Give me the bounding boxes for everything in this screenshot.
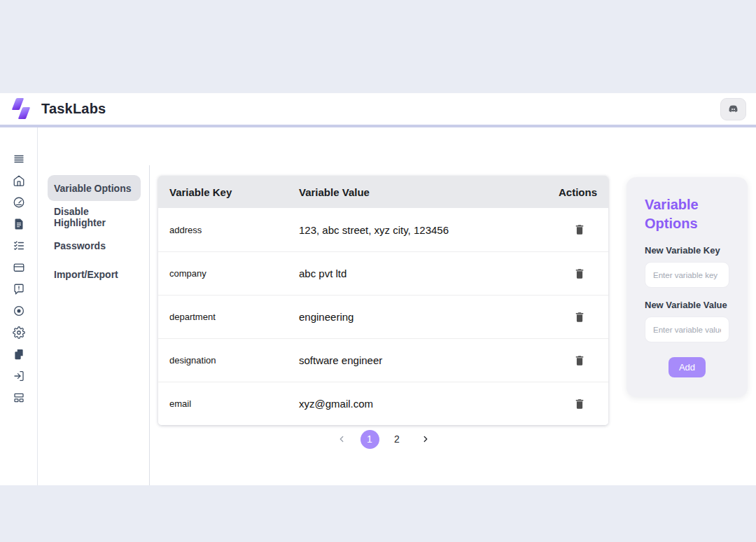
next-page-button[interactable] xyxy=(419,432,433,446)
chevron-left-icon xyxy=(337,434,346,444)
menu-item-label: Import/Export xyxy=(54,269,118,280)
trash-icon xyxy=(573,398,586,410)
layout-icon[interactable] xyxy=(13,391,25,404)
table-row: company abc pvt ltd xyxy=(158,251,608,295)
discord-button[interactable] xyxy=(720,98,746,120)
pagination: 12 xyxy=(158,425,608,453)
column-header-actions: Actions xyxy=(541,186,597,198)
chevron-right-icon xyxy=(421,434,430,444)
variable-options-panel: Variable Options New Variable Key New Va… xyxy=(626,177,748,397)
menu-item-import-export[interactable]: Import/Export xyxy=(48,261,141,287)
table-row: email xyz@gmail.com xyxy=(158,382,608,425)
menu-divider xyxy=(149,165,150,485)
delete-variable-button[interactable] xyxy=(572,310,587,325)
column-header-value: Variable Value xyxy=(299,186,541,198)
menu-item-passwords[interactable]: Passwords xyxy=(48,232,141,258)
new-variable-key-label: New Variable Key xyxy=(645,245,729,256)
app-title: TaskLabs xyxy=(41,101,106,117)
table-row: department engineering xyxy=(158,295,608,338)
checklist-icon[interactable] xyxy=(13,239,25,252)
page-number-button[interactable]: 1 xyxy=(360,430,379,449)
page: TaskLabs xyxy=(0,0,756,542)
variable-key-cell: email xyxy=(169,398,299,409)
variable-value-cell: 123, abc street, xyz city, 123456 xyxy=(299,224,541,236)
settings-icon[interactable] xyxy=(13,326,25,339)
variable-key-cell: address xyxy=(169,225,299,235)
menu-item-variable-options[interactable]: Variable Options xyxy=(48,175,141,201)
settings-menu: Variable Options Disable Highlighter Pas… xyxy=(38,175,149,290)
copy-icon[interactable] xyxy=(13,348,25,361)
delete-variable-button[interactable] xyxy=(572,266,587,282)
home-icon[interactable] xyxy=(13,174,25,187)
menu-item-label: Passwords xyxy=(54,240,106,251)
trash-icon xyxy=(573,354,586,367)
trash-icon xyxy=(573,267,586,280)
app-body: Variable Options Disable Highlighter Pas… xyxy=(0,127,756,485)
feedback-icon[interactable] xyxy=(13,283,25,296)
dashboard-icon[interactable] xyxy=(13,196,25,209)
variable-key-cell: designation xyxy=(169,355,299,366)
app-logo-icon xyxy=(11,98,32,120)
column-header-key: Variable Key xyxy=(169,186,299,198)
menu-icon[interactable] xyxy=(13,153,25,165)
trash-icon xyxy=(573,223,586,236)
panel-title: Variable Options xyxy=(645,195,729,233)
menu-item-disable-highlighter[interactable]: Disable Highlighter xyxy=(48,204,141,230)
table-body: address 123, abc street, xyz city, 12345… xyxy=(158,208,608,425)
variable-value-cell: xyz@gmail.com xyxy=(299,398,541,410)
menu-item-label: Variable Options xyxy=(54,183,131,194)
add-variable-button[interactable]: Add xyxy=(668,357,706,377)
delete-variable-button[interactable] xyxy=(572,222,587,237)
variable-key-cell: department xyxy=(169,312,299,322)
trash-icon xyxy=(573,311,586,324)
variable-value-cell: abc pvt ltd xyxy=(299,267,541,279)
variable-key-cell: company xyxy=(169,268,299,279)
discord-icon xyxy=(728,104,738,114)
table-row: address 123, abc street, xyz city, 12345… xyxy=(158,208,608,251)
menu-item-label: Disable Highlighter xyxy=(54,206,134,228)
document-icon[interactable] xyxy=(13,218,25,230)
record-icon[interactable] xyxy=(13,305,25,317)
sign-in-icon[interactable] xyxy=(13,370,25,382)
page-number-button[interactable]: 2 xyxy=(388,430,407,449)
table-row: designation software engineer xyxy=(158,338,608,382)
variable-value-cell: software engineer xyxy=(299,354,541,366)
app-header: TaskLabs xyxy=(0,93,756,125)
new-variable-value-input[interactable] xyxy=(645,317,729,342)
new-variable-value-label: New Variable Value xyxy=(645,300,729,310)
delete-variable-button[interactable] xyxy=(572,353,587,368)
new-variable-key-input[interactable] xyxy=(645,262,729,288)
icon-sidebar xyxy=(0,127,38,485)
table-header-row: Variable Key Variable Value Actions xyxy=(158,176,608,208)
previous-page-button[interactable] xyxy=(335,432,349,446)
variable-value-cell: engineering xyxy=(299,311,541,323)
delete-variable-button[interactable] xyxy=(572,396,587,412)
variables-table: Variable Key Variable Value Actions addr… xyxy=(158,176,608,425)
card-icon[interactable] xyxy=(13,261,25,274)
